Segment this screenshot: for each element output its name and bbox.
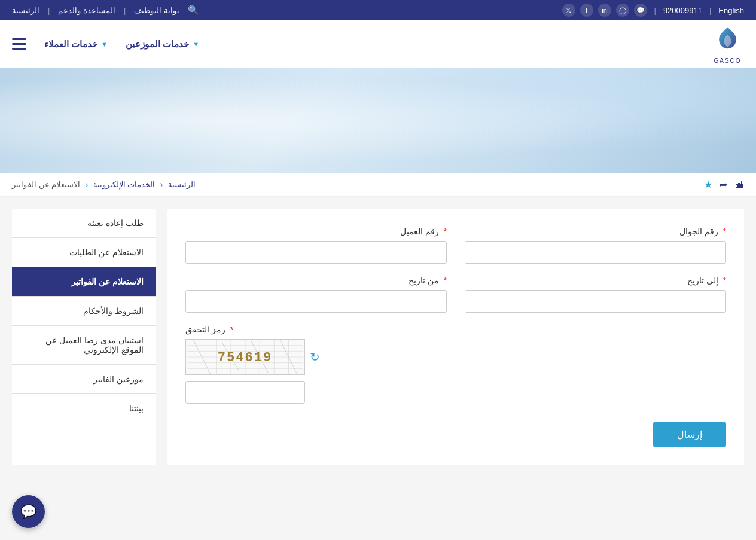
customer-required: * bbox=[444, 227, 447, 236]
hero-banner bbox=[0, 68, 756, 173]
captcha-refresh-icon[interactable]: ↻ bbox=[310, 350, 320, 364]
form-row-2: * إلى تاريخ * من تاريخ bbox=[185, 276, 726, 313]
to-date-input[interactable] bbox=[465, 290, 726, 313]
sidebar-item-terms[interactable]: الشروط والأحكام bbox=[12, 297, 156, 326]
twitter-icon[interactable]: 𝕏 bbox=[562, 4, 575, 17]
captcha-image: 754619 bbox=[185, 339, 305, 375]
captcha-input[interactable] bbox=[185, 381, 305, 404]
nav-link-employment[interactable]: بوابة التوظيف bbox=[134, 6, 179, 15]
customer-number-label: * رقم العميل bbox=[185, 227, 447, 236]
divider3: | bbox=[124, 6, 126, 15]
action-icons: 🖶 ➦ ★ bbox=[704, 179, 744, 190]
hamburger-menu[interactable] bbox=[12, 38, 26, 50]
to-date-required: * bbox=[723, 276, 726, 285]
top-bar-right: 🔍 بوابة التوظيف | المساعدة والدعم | الرئ… bbox=[12, 5, 199, 16]
mobile-number-label: * رقم الجوال bbox=[465, 227, 726, 236]
nav-links: ▼ خدمات الموزعين ▼ خدمات العملاء bbox=[12, 38, 199, 50]
customer-services-link[interactable]: ▼ خدمات العملاء bbox=[44, 39, 108, 50]
divider2: | bbox=[654, 6, 656, 15]
to-date-label: * إلى تاريخ bbox=[465, 276, 726, 285]
captcha-group: * رمز التحقق ↻ bbox=[185, 325, 445, 404]
print-icon[interactable]: 🖶 bbox=[734, 179, 744, 190]
customer-number-group: * رقم العميل bbox=[185, 227, 447, 264]
phone-number: 920009911 bbox=[663, 6, 702, 15]
nav-link-home[interactable]: الرئيسية bbox=[12, 6, 39, 15]
breadcrumb-step2[interactable]: الخدمات الإلكترونية bbox=[93, 180, 156, 189]
submit-button[interactable]: إرسال bbox=[653, 422, 726, 447]
logo-svg bbox=[711, 25, 744, 57]
captcha-required: * bbox=[230, 325, 233, 334]
lang-switch[interactable]: English bbox=[718, 6, 744, 15]
form-area: * رقم الجوال * رقم العميل * إلى تاريخ bbox=[167, 209, 744, 465]
social-icons: 💬 ◯ in f 𝕏 bbox=[562, 4, 647, 17]
linkedin-icon[interactable]: in bbox=[598, 4, 611, 17]
logo-text: GASCO bbox=[714, 57, 741, 64]
sidebar-item-environment[interactable]: بيئتنا bbox=[12, 394, 156, 423]
sidebar: طلب إعادة تعبئة الاستعلام عن الطلبات الا… bbox=[12, 209, 156, 465]
hamburger-line3 bbox=[12, 48, 26, 50]
hamburger-line2 bbox=[12, 43, 26, 45]
captcha-image-wrapper: ↻ bbox=[185, 339, 320, 375]
from-date-group: * من تاريخ bbox=[185, 276, 447, 313]
main-content: * رقم الجوال * رقم العميل * إلى تاريخ bbox=[0, 197, 756, 477]
form-row-1: * رقم الجوال * رقم العميل bbox=[185, 227, 726, 264]
customer-number-input[interactable] bbox=[185, 241, 447, 264]
mobile-required: * bbox=[723, 227, 726, 236]
to-date-group: * إلى تاريخ bbox=[465, 276, 726, 313]
breadcrumb-step3: الاستعلام عن الفواتير bbox=[12, 180, 80, 189]
nav-bar: GASCO ▼ خدمات الموزعين ▼ خدمات العملاء bbox=[0, 20, 756, 68]
mobile-number-group: * رقم الجوال bbox=[465, 227, 726, 264]
logo: GASCO bbox=[711, 25, 744, 64]
captcha-label: * رمز التحقق bbox=[185, 325, 233, 334]
nav-link-support[interactable]: المساعدة والدعم bbox=[58, 6, 115, 15]
actions-bar: 🖶 ➦ ★ الرئيسية ‹ الخدمات الإلكترونية ‹ ا… bbox=[0, 173, 756, 197]
whatsapp-icon[interactable]: 💬 bbox=[634, 4, 647, 17]
from-date-label: * من تاريخ bbox=[185, 276, 447, 285]
facebook-icon[interactable]: f bbox=[580, 4, 593, 17]
breadcrumb-home[interactable]: الرئيسية bbox=[168, 180, 196, 189]
caret-distributor: ▼ bbox=[193, 41, 199, 48]
top-bar: English | 920009911 | 💬 ◯ in f 𝕏 🔍 بوابة… bbox=[0, 0, 756, 20]
divider4: | bbox=[48, 6, 50, 15]
sidebar-item-survey[interactable]: استبيان مدى رضا العميل عن الموقع الإلكتر… bbox=[12, 326, 156, 365]
top-bar-left: English | 920009911 | 💬 ◯ in f 𝕏 bbox=[562, 4, 745, 17]
sidebar-item-fiber[interactable]: موزعين الفايبر bbox=[12, 365, 156, 394]
breadcrumb-sep2: ‹ bbox=[85, 179, 88, 190]
from-date-input[interactable] bbox=[185, 290, 447, 313]
sidebar-item-inquire-orders[interactable]: الاستعلام عن الطلبات bbox=[12, 238, 156, 267]
instagram-icon[interactable]: ◯ bbox=[616, 4, 629, 17]
search-icon[interactable]: 🔍 bbox=[188, 5, 199, 16]
sidebar-item-refill[interactable]: طلب إعادة تعبئة bbox=[12, 209, 156, 238]
hamburger-line1 bbox=[12, 38, 26, 40]
breadcrumb-sep1: ‹ bbox=[160, 179, 163, 190]
bookmark-icon[interactable]: ★ bbox=[704, 179, 712, 190]
sidebar-item-inquire-invoices[interactable]: الاستعلام عن الفواتير bbox=[12, 267, 156, 297]
share-icon[interactable]: ➦ bbox=[720, 179, 727, 190]
from-date-required: * bbox=[444, 276, 447, 285]
divider1: | bbox=[709, 6, 711, 15]
mobile-number-input[interactable] bbox=[465, 241, 726, 264]
captcha-row: * رمز التحقق ↻ bbox=[185, 325, 726, 404]
captcha-code-text: 754619 bbox=[218, 349, 272, 365]
distributor-services-link[interactable]: ▼ خدمات الموزعين bbox=[126, 39, 199, 50]
caret-customer: ▼ bbox=[101, 41, 108, 48]
breadcrumb: الرئيسية ‹ الخدمات الإلكترونية ‹ الاستعل… bbox=[12, 179, 196, 190]
